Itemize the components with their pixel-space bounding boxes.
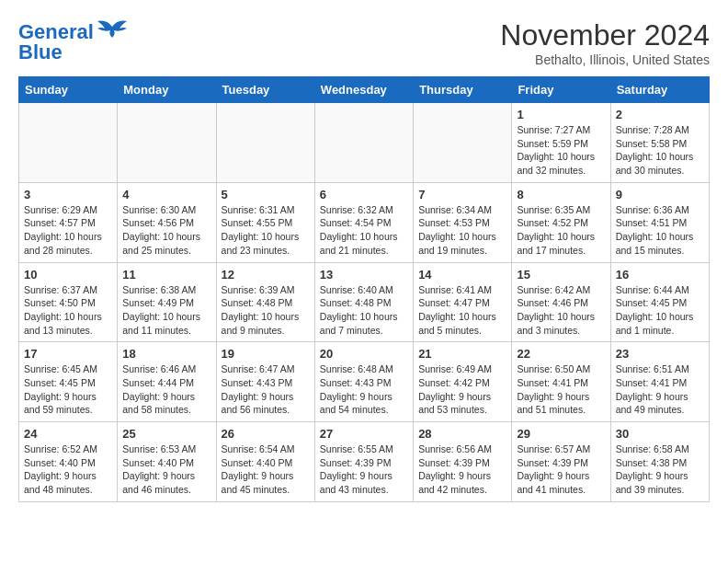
day-info: Sunrise: 6:31 AM Sunset: 4:55 PM Dayligh… — [222, 203, 310, 258]
calendar-cell: 5Sunrise: 6:31 AM Sunset: 4:55 PM Daylig… — [216, 182, 314, 262]
day-info: Sunrise: 6:36 AM Sunset: 4:51 PM Dayligh… — [616, 203, 704, 258]
day-number: 19 — [222, 347, 310, 361]
day-number: 20 — [320, 347, 408, 361]
calendar-cell: 4Sunrise: 6:30 AM Sunset: 4:56 PM Daylig… — [118, 182, 216, 262]
calendar-cell: 20Sunrise: 6:48 AM Sunset: 4:43 PM Dayli… — [314, 342, 413, 422]
header-cell-wednesday: Wednesday — [314, 77, 413, 103]
header: General Blue November 2024 Bethalto, Ill… — [18, 18, 710, 67]
calendar-cell: 2Sunrise: 7:28 AM Sunset: 5:58 PM Daylig… — [610, 103, 709, 183]
calendar-cell: 26Sunrise: 6:54 AM Sunset: 4:40 PM Dayli… — [216, 422, 314, 502]
calendar-cell: 10Sunrise: 6:37 AM Sunset: 4:50 PM Dayli… — [19, 262, 118, 342]
day-info: Sunrise: 6:53 AM Sunset: 4:40 PM Dayligh… — [122, 442, 210, 497]
day-info: Sunrise: 6:51 AM Sunset: 4:41 PM Dayligh… — [616, 362, 704, 417]
day-number: 15 — [517, 268, 605, 282]
day-info: Sunrise: 7:28 AM Sunset: 5:58 PM Dayligh… — [616, 123, 704, 178]
day-info: Sunrise: 6:39 AM Sunset: 4:48 PM Dayligh… — [222, 283, 310, 338]
day-number: 7 — [418, 188, 506, 201]
day-info: Sunrise: 6:41 AM Sunset: 4:47 PM Dayligh… — [418, 283, 506, 338]
calendar-cell — [414, 103, 512, 183]
day-info: Sunrise: 6:30 AM Sunset: 4:56 PM Dayligh… — [122, 203, 210, 258]
week-row-4: 24Sunrise: 6:52 AM Sunset: 4:40 PM Dayli… — [19, 422, 710, 502]
header-cell-saturday: Saturday — [610, 77, 709, 103]
day-number: 16 — [616, 268, 704, 282]
day-number: 23 — [616, 347, 704, 361]
day-info: Sunrise: 6:44 AM Sunset: 4:45 PM Dayligh… — [616, 283, 704, 338]
day-info: Sunrise: 6:52 AM Sunset: 4:40 PM Dayligh… — [24, 442, 112, 497]
header-row: SundayMondayTuesdayWednesdayThursdayFrid… — [19, 77, 710, 103]
header-cell-thursday: Thursday — [414, 77, 512, 103]
calendar-cell: 24Sunrise: 6:52 AM Sunset: 4:40 PM Dayli… — [19, 422, 118, 502]
logo-text: General Blue — [18, 22, 94, 63]
calendar-cell: 12Sunrise: 6:39 AM Sunset: 4:48 PM Dayli… — [216, 262, 314, 342]
calendar-cell: 14Sunrise: 6:41 AM Sunset: 4:47 PM Dayli… — [414, 262, 512, 342]
day-number: 25 — [122, 427, 210, 441]
day-number: 30 — [616, 427, 704, 441]
day-info: Sunrise: 6:57 AM Sunset: 4:39 PM Dayligh… — [517, 442, 605, 497]
day-info: Sunrise: 6:56 AM Sunset: 4:39 PM Dayligh… — [418, 442, 506, 497]
day-info: Sunrise: 6:42 AM Sunset: 4:46 PM Dayligh… — [517, 283, 605, 338]
week-row-3: 17Sunrise: 6:45 AM Sunset: 4:45 PM Dayli… — [19, 342, 710, 422]
header-cell-tuesday: Tuesday — [216, 77, 314, 103]
logo: General Blue — [18, 22, 129, 63]
calendar-table: SundayMondayTuesdayWednesdayThursdayFrid… — [18, 76, 710, 502]
day-number: 3 — [24, 188, 112, 201]
day-info: Sunrise: 6:38 AM Sunset: 4:49 PM Dayligh… — [122, 283, 210, 338]
header-cell-sunday: Sunday — [19, 77, 118, 103]
day-number: 4 — [122, 188, 210, 201]
calendar-cell: 30Sunrise: 6:58 AM Sunset: 4:38 PM Dayli… — [610, 422, 709, 502]
calendar-cell: 19Sunrise: 6:47 AM Sunset: 4:43 PM Dayli… — [216, 342, 314, 422]
day-number: 26 — [222, 427, 310, 441]
day-info: Sunrise: 6:46 AM Sunset: 4:44 PM Dayligh… — [122, 362, 210, 417]
day-number: 14 — [418, 268, 506, 282]
calendar-cell: 16Sunrise: 6:44 AM Sunset: 4:45 PM Dayli… — [610, 262, 709, 342]
day-number: 29 — [517, 427, 605, 441]
day-info: Sunrise: 6:54 AM Sunset: 4:40 PM Dayligh… — [222, 442, 310, 497]
calendar-cell: 25Sunrise: 6:53 AM Sunset: 4:40 PM Dayli… — [118, 422, 216, 502]
calendar-cell: 7Sunrise: 6:34 AM Sunset: 4:53 PM Daylig… — [414, 182, 512, 262]
day-info: Sunrise: 6:58 AM Sunset: 4:38 PM Dayligh… — [616, 442, 704, 497]
day-info: Sunrise: 6:34 AM Sunset: 4:53 PM Dayligh… — [418, 203, 506, 258]
title-area: November 2024 Bethalto, Illinois, United… — [500, 18, 710, 67]
day-number: 22 — [517, 347, 605, 361]
calendar-cell — [19, 103, 118, 183]
week-row-2: 10Sunrise: 6:37 AM Sunset: 4:50 PM Dayli… — [19, 262, 710, 342]
calendar-cell: 22Sunrise: 6:50 AM Sunset: 4:41 PM Dayli… — [512, 342, 610, 422]
calendar-cell: 27Sunrise: 6:55 AM Sunset: 4:39 PM Dayli… — [314, 422, 413, 502]
day-info: Sunrise: 6:32 AM Sunset: 4:54 PM Dayligh… — [320, 203, 408, 258]
day-info: Sunrise: 6:45 AM Sunset: 4:45 PM Dayligh… — [24, 362, 112, 417]
day-number: 13 — [320, 268, 408, 282]
day-number: 28 — [418, 427, 506, 441]
day-info: Sunrise: 7:27 AM Sunset: 5:59 PM Dayligh… — [517, 123, 605, 178]
day-info: Sunrise: 6:47 AM Sunset: 4:43 PM Dayligh… — [222, 362, 310, 417]
calendar-cell: 18Sunrise: 6:46 AM Sunset: 4:44 PM Dayli… — [118, 342, 216, 422]
day-number: 2 — [616, 108, 704, 121]
day-number: 11 — [122, 268, 210, 282]
calendar-cell: 1Sunrise: 7:27 AM Sunset: 5:59 PM Daylig… — [512, 103, 610, 183]
day-info: Sunrise: 6:50 AM Sunset: 4:41 PM Dayligh… — [517, 362, 605, 417]
calendar-cell: 11Sunrise: 6:38 AM Sunset: 4:49 PM Dayli… — [118, 262, 216, 342]
calendar-cell: 23Sunrise: 6:51 AM Sunset: 4:41 PM Dayli… — [610, 342, 709, 422]
calendar-cell: 6Sunrise: 6:32 AM Sunset: 4:54 PM Daylig… — [314, 182, 413, 262]
header-cell-friday: Friday — [512, 77, 610, 103]
location-subtitle: Bethalto, Illinois, United States — [500, 52, 710, 67]
calendar-cell: 3Sunrise: 6:29 AM Sunset: 4:57 PM Daylig… — [19, 182, 118, 262]
calendar-cell: 29Sunrise: 6:57 AM Sunset: 4:39 PM Dayli… — [512, 422, 610, 502]
header-cell-monday: Monday — [118, 77, 216, 103]
day-info: Sunrise: 6:40 AM Sunset: 4:48 PM Dayligh… — [320, 283, 408, 338]
week-row-1: 3Sunrise: 6:29 AM Sunset: 4:57 PM Daylig… — [19, 182, 710, 262]
week-row-0: 1Sunrise: 7:27 AM Sunset: 5:59 PM Daylig… — [19, 103, 710, 183]
day-info: Sunrise: 6:55 AM Sunset: 4:39 PM Dayligh… — [320, 442, 408, 497]
day-info: Sunrise: 6:37 AM Sunset: 4:50 PM Dayligh… — [24, 283, 112, 338]
day-number: 17 — [24, 347, 112, 361]
day-number: 9 — [616, 188, 704, 201]
day-info: Sunrise: 6:35 AM Sunset: 4:52 PM Dayligh… — [517, 203, 605, 258]
day-number: 1 — [517, 108, 605, 121]
day-number: 6 — [320, 188, 408, 201]
calendar-cell: 17Sunrise: 6:45 AM Sunset: 4:45 PM Dayli… — [19, 342, 118, 422]
calendar-cell — [314, 103, 413, 183]
day-number: 12 — [222, 268, 310, 282]
calendar-cell — [216, 103, 314, 183]
day-info: Sunrise: 6:49 AM Sunset: 4:42 PM Dayligh… — [418, 362, 506, 417]
calendar-cell — [118, 103, 216, 183]
calendar-cell: 28Sunrise: 6:56 AM Sunset: 4:39 PM Dayli… — [414, 422, 512, 502]
